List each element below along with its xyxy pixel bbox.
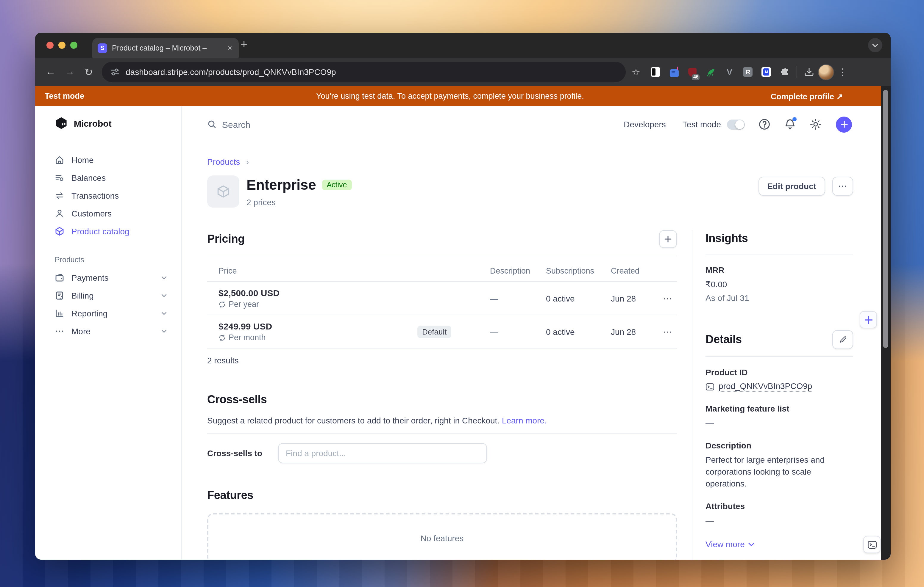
marketing-feature-list-label: Marketing feature list <box>706 404 853 413</box>
browser-window: S Product catalog – Microbot – × + ← → ↻… <box>35 33 891 560</box>
developer-console-button[interactable] <box>863 536 881 553</box>
find-product-input[interactable] <box>278 443 487 463</box>
account-switcher[interactable]: Microbot <box>55 117 181 130</box>
chevron-down-icon <box>161 294 167 298</box>
plus-icon <box>864 316 873 324</box>
product-overflow-button[interactable]: ⋯ <box>832 177 853 196</box>
close-tab-icon[interactable]: × <box>226 43 233 53</box>
cross-sells-description: Suggest a related product for customers … <box>207 416 677 425</box>
price-row[interactable]: $2,500.00 USD Per year — 0 active Jun 28 <box>207 282 677 315</box>
scrollbar-thumb[interactable] <box>883 90 888 348</box>
view-more-link[interactable]: View more <box>706 539 853 549</box>
downloads-icon[interactable] <box>801 64 818 80</box>
price-row-menu-button[interactable]: ⋯ <box>663 326 677 337</box>
mailbox-extension-icon[interactable] <box>666 64 683 80</box>
mrr-label: MRR <box>706 265 853 275</box>
browser-tab[interactable]: S Product catalog – Microbot – × <box>92 38 239 58</box>
tab-search-button[interactable] <box>868 38 882 53</box>
help-button[interactable] <box>759 118 771 130</box>
sidebar-item-reporting[interactable]: Reporting <box>35 304 181 322</box>
learn-more-link[interactable]: Learn more. <box>502 416 547 425</box>
product-id-label: Product ID <box>706 368 853 377</box>
product-name: Enterprise <box>246 177 316 193</box>
price-interval: Per year <box>229 300 259 309</box>
attributes-label: Attributes <box>706 501 853 511</box>
shield-extension-icon[interactable]: 46 <box>685 64 701 80</box>
settings-button[interactable] <box>810 118 822 130</box>
price-row-menu-button[interactable]: ⋯ <box>663 293 677 304</box>
site-settings-icon[interactable] <box>110 67 120 77</box>
pencil-icon <box>838 335 847 344</box>
v-extension-icon[interactable]: V <box>721 64 738 80</box>
price-row[interactable]: $249.99 USD Per month Default — 0 active <box>207 315 677 348</box>
browser-toolbar: ← → ↻ dashboard.stripe.com/products/prod… <box>35 58 891 86</box>
price-subscriptions: 0 active <box>546 294 611 303</box>
price-created: Jun 28 <box>611 294 662 303</box>
window-controls <box>46 42 78 49</box>
pricing-table-header: Price Description Subscriptions Created <box>207 257 677 281</box>
profile-avatar[interactable] <box>818 64 834 80</box>
new-tab-button[interactable]: + <box>241 38 248 51</box>
details-column: Insights MRR ₹0.00 As of Jul 31 Details <box>692 230 853 560</box>
side-panel-icon[interactable] <box>647 64 664 80</box>
reload-button[interactable]: ↻ <box>79 66 98 78</box>
developers-link[interactable]: Developers <box>624 120 666 129</box>
bookmark-star-icon[interactable]: ☆ <box>632 66 640 77</box>
browser-menu-icon[interactable]: ⋮ <box>834 64 851 80</box>
complete-profile-link[interactable]: Complete profile ↗ <box>771 91 843 101</box>
attributes-value: — <box>706 515 853 526</box>
zoom-window-button[interactable] <box>70 42 78 49</box>
sidebar-item-more[interactable]: More <box>35 322 181 340</box>
test-mode-banner: Test mode You're using test data. To acc… <box>35 86 891 106</box>
url-text[interactable]: dashboard.stripe.com/products/prod_QNKVv… <box>125 67 336 77</box>
create-button[interactable] <box>836 116 852 132</box>
main-column: Pricing Price Description Subscriptions <box>207 230 692 560</box>
results-count: 2 results <box>207 356 677 365</box>
price-description: — <box>490 294 546 303</box>
extensions-puzzle-icon[interactable] <box>777 64 793 80</box>
chevron-down-icon <box>161 312 167 315</box>
sidebar-products-nav: Payments Billing Reporting <box>35 269 181 340</box>
scrollbar-track[interactable] <box>881 86 891 560</box>
banner-label: Test mode <box>45 92 84 100</box>
m-extension-icon[interactable]: M <box>758 64 775 80</box>
sidebar-item-billing[interactable]: Billing <box>35 287 181 304</box>
add-price-button[interactable] <box>659 230 677 248</box>
sidebar-item-payments[interactable]: Payments <box>35 269 181 287</box>
product-page: Products › Enterprise Active <box>182 143 891 560</box>
test-mode-toggle[interactable] <box>727 119 745 129</box>
search-input[interactable]: Search <box>207 119 250 129</box>
sidebar-item-product-catalog[interactable]: Product catalog <box>35 222 181 240</box>
product-thumbnail <box>207 176 239 207</box>
price-description: — <box>490 327 546 336</box>
extensions-row: 46 V R M <box>647 64 793 80</box>
features-title: Features <box>207 489 253 502</box>
quick-add-button[interactable] <box>860 311 877 328</box>
reporting-icon <box>55 309 64 318</box>
divider <box>207 433 677 434</box>
back-button[interactable]: ← <box>41 66 60 78</box>
forward-button[interactable]: → <box>60 66 79 78</box>
sidebar-item-customers[interactable]: Customers <box>35 205 181 222</box>
sidebar-item-transactions[interactable]: Transactions <box>35 187 181 205</box>
shield-badge: 46 <box>692 74 700 80</box>
mrr-value: ₹0.00 <box>706 278 853 290</box>
grasshopper-extension-icon[interactable] <box>703 64 719 80</box>
r-extension-icon[interactable]: R <box>740 64 756 80</box>
edit-product-button[interactable]: Edit product <box>758 177 825 196</box>
brand-cube-icon <box>55 117 68 130</box>
notifications-button[interactable] <box>784 118 796 130</box>
minimize-window-button[interactable] <box>58 42 66 49</box>
main-area: Search Developers Test mode <box>182 106 891 560</box>
close-window-button[interactable] <box>46 42 54 49</box>
breadcrumb-products-link[interactable]: Products <box>207 157 240 166</box>
sidebar-item-home[interactable]: Home <box>35 151 181 169</box>
test-mode-toggle-group: Test mode <box>683 119 745 129</box>
sidebar-item-balances[interactable]: Balances <box>35 169 181 187</box>
address-bar[interactable]: dashboard.stripe.com/products/prod_QNKVv… <box>102 62 626 82</box>
product-id-value[interactable]: prod_QNKVvBIn3PCO9p <box>719 381 812 392</box>
price-amount: $2,500.00 USD <box>218 288 490 298</box>
divider <box>706 356 853 357</box>
edit-details-button[interactable] <box>832 330 853 349</box>
default-badge: Default <box>417 325 451 338</box>
